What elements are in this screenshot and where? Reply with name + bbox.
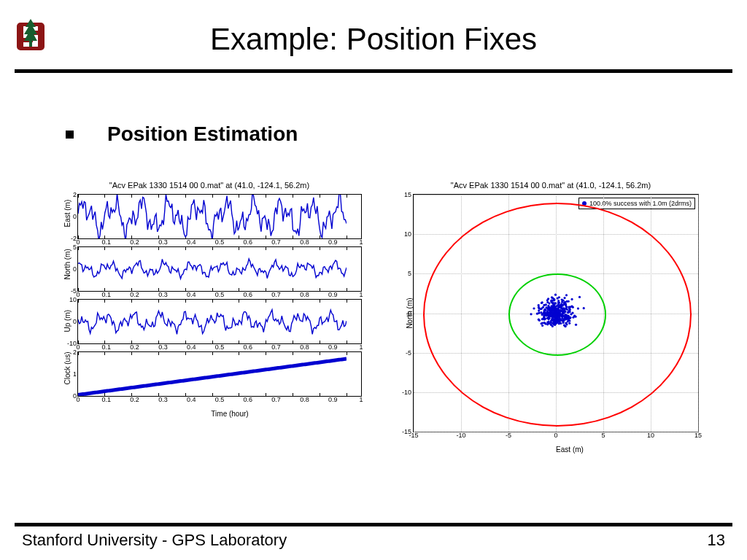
svg-point-363 [549,308,551,311]
svg-point-257 [568,322,570,324]
svg-point-384 [554,314,557,316]
scatter-plot-area: 100.0% success with 1.0m (2drms) -15-10-… [413,194,699,432]
svg-point-205 [583,307,585,309]
page-title: Example: Position Fixes [0,22,747,57]
svg-point-235 [574,316,576,318]
svg-point-349 [546,301,549,303]
svg-point-271 [553,299,555,301]
svg-point-44 [538,309,540,311]
svg-point-258 [561,301,563,303]
svg-point-383 [543,310,545,312]
svg-point-310 [565,322,567,324]
subplot-3: Clock (us)01200.10.20.30.40.50.60.70.80.… [57,351,362,397]
svg-point-400 [538,312,540,314]
footer-divider [15,523,732,526]
svg-point-361 [563,297,565,299]
left-figure-xlabel: Time (hour) [57,410,382,418]
svg-point-392 [554,319,557,321]
svg-point-209 [568,311,570,313]
svg-point-377 [575,324,577,326]
svg-point-374 [578,296,581,298]
time-series-figure: "Acv EPak 1330 1514 00 0.mat" at (41.0, … [57,181,362,454]
svg-point-284 [572,316,574,319]
svg-point-224 [558,296,560,298]
subplot-plot-area: -50500.10.20.30.40.50.60.70.80.91 [77,246,362,292]
svg-point-372 [570,305,573,307]
svg-point-382 [555,308,557,310]
svg-point-292 [569,317,571,319]
svg-point-148 [541,314,543,316]
svg-point-123 [541,301,543,303]
scatter-points [414,195,698,432]
svg-point-214 [565,294,568,296]
svg-point-71 [533,307,535,309]
y-ticks: 012 [62,352,78,396]
svg-point-299 [538,307,540,309]
subplot-1: North (m)-50500.10.20.30.40.50.60.70.80.… [57,246,362,292]
svg-point-364 [544,323,546,325]
x-ticks: 00.10.20.30.40.50.60.70.80.91 [78,396,361,406]
svg-point-353 [530,313,532,315]
svg-point-337 [570,298,573,300]
right-figure-title: "Acv EPak 1330 1514 00 0.mat" at (41.0, … [394,181,708,190]
svg-point-119 [554,294,557,296]
svg-point-293 [563,303,565,306]
svg-point-385 [565,308,567,310]
svg-point-311 [553,302,555,304]
svg-point-399 [552,314,554,316]
left-figure-title: "Acv EPak 1330 1514 00 0.mat" at (41.0, … [57,181,362,190]
subplot-0: East (m)-20200.10.20.30.40.50.60.70.80.9… [57,194,362,239]
title-divider [15,69,732,73]
svg-point-229 [538,319,540,321]
svg-point-241 [562,307,564,309]
svg-point-394 [549,314,551,316]
subplot-plot-area: -20200.10.20.30.40.50.60.70.80.91 [77,194,362,239]
svg-point-38 [577,307,579,309]
svg-point-356 [566,300,568,303]
svg-point-367 [562,318,565,320]
svg-point-401 [560,314,562,316]
svg-point-393 [556,305,558,307]
svg-point-379 [560,305,562,307]
svg-point-391 [546,308,549,310]
subplot-plot-area: 01200.10.20.30.40.50.60.70.80.91 [77,351,362,397]
svg-point-370 [558,302,560,304]
y-ticks: -10010 [62,300,78,343]
svg-point-327 [565,325,567,327]
bullet-text: Position Estimation [107,122,298,146]
svg-point-388 [564,311,566,313]
svg-point-398 [559,310,561,312]
y-ticks: -505 [62,247,78,291]
subplot-plot-area: -1001000.10.20.30.40.50.60.70.80.91 [77,299,362,344]
svg-point-381 [550,319,552,322]
footer-right: 13 [708,531,725,550]
svg-point-346 [551,325,554,327]
bullet-row: Position Estimation [66,122,298,146]
x-ticks: -15-10-5051015 [414,432,698,442]
y-ticks: -202 [62,195,78,238]
svg-point-314 [547,316,549,319]
svg-point-357 [556,317,558,319]
svg-point-318 [554,324,556,326]
svg-point-295 [553,322,555,324]
svg-point-387 [552,311,554,314]
bullet-marker [66,131,74,139]
svg-point-286 [546,299,549,301]
svg-point-245 [543,304,545,306]
svg-point-390 [557,307,560,309]
svg-point-151 [542,306,544,308]
y-ticks: -15-10-5051015 [396,195,414,432]
subplot-2: Up (m)-1001000.10.20.30.40.50.60.70.80.9… [57,299,362,344]
svg-point-132 [551,296,553,298]
svg-point-397 [558,319,560,322]
footer-left: Stanford University - GPS Laboratory [22,531,287,550]
svg-point-287 [547,305,549,307]
svg-point-265 [538,304,540,306]
scatter-figure: "Acv EPak 1330 1514 00 0.mat" at (41.0, … [394,181,708,454]
scatter-xlabel: East (m) [394,446,727,454]
svg-point-124 [570,313,572,315]
svg-point-118 [558,322,560,324]
svg-point-386 [565,318,567,320]
svg-point-402 [541,324,543,327]
